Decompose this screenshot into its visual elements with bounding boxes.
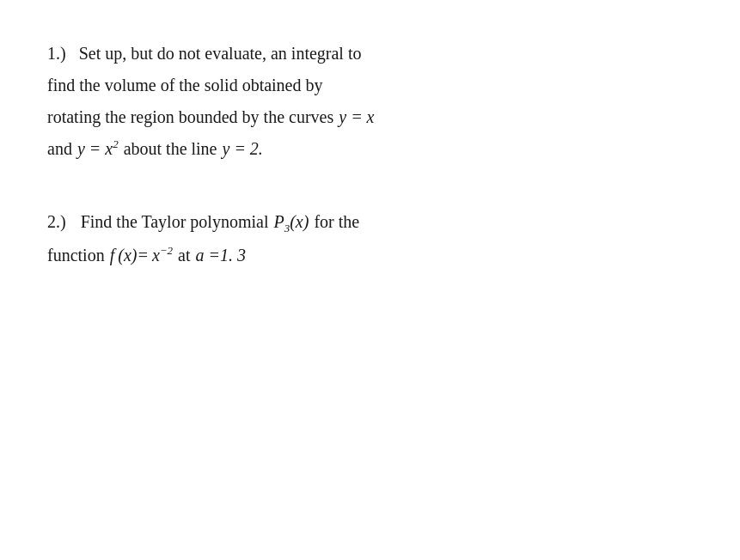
problem-1-text2: find the volume of the solid obtained by (47, 76, 323, 94)
problem-2-for-the: for the (314, 207, 359, 237)
problem-1-text1: Set up, but do not evaluate, an integral… (79, 44, 362, 63)
problem-2-p3x: P3(x) (273, 207, 309, 239)
exponent-2: 2 (113, 137, 119, 150)
problem-2-number: 2.) (47, 207, 66, 237)
problem-1-number: 1.) (47, 44, 66, 63)
problem-1-line2: find the volume of the solid obtained by (47, 70, 693, 100)
problem-2-fx: f (x)= x−2 (110, 240, 173, 271)
page-content: 1.) Set up, but do not evaluate, an inte… (0, 0, 740, 339)
problem-1-line4: and y = x2 about the line y = 2. (47, 134, 693, 164)
problem-1-about: about the line (124, 134, 217, 164)
problem-1: 1.) Set up, but do not evaluate, an inte… (47, 39, 693, 164)
problem-1-math-y-equals-x2: y = x2 (77, 134, 119, 164)
problem-1-math-y-equals-x: y = x (339, 102, 374, 132)
problem-2-function-label: function (47, 240, 105, 271)
problem-2: 2.) Find the Taylor polynomial P3(x) for… (47, 207, 693, 271)
problem-1-line3: rotating the region bounded by the curve… (47, 102, 693, 132)
problem-2-line2: function f (x)= x−2 at a =1. 3 (47, 240, 693, 271)
problem-1-line1: 1.) Set up, but do not evaluate, an inte… (47, 39, 693, 69)
problem-2-text1: Find the Taylor polynomial (81, 207, 269, 237)
problem-2-line1: 2.) Find the Taylor polynomial P3(x) for… (47, 207, 693, 239)
problem-1-math-y-equals-2: y = 2. (223, 134, 263, 164)
problem-2-at: at (178, 240, 190, 271)
problem-1-and: and (47, 134, 72, 164)
exponent-neg2: −2 (160, 244, 173, 257)
problem-2-a-value: a =1. 3 (196, 240, 247, 271)
problem-1-text3: rotating the region bounded by the curve… (47, 102, 333, 132)
